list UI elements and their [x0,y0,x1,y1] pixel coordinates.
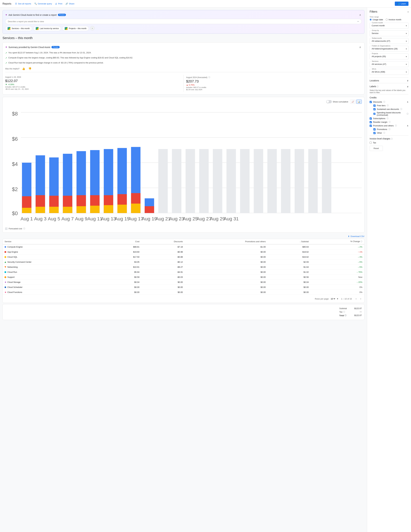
sustained-use-checkbox[interactable] [374,108,376,110]
col-cost: Cost [107,239,141,244]
summary-item-1: ↗ You spent $122.07 between Aug 1-19, 20… [5,51,362,55]
metric-forecasted: August 2024 (forecasted) ⓘ $207.73 ▲ 0.7… [184,75,362,92]
promotions-others-checkbox[interactable] [370,125,372,127]
discounts-info-icon[interactable]: ⓘ [383,101,385,103]
thumbs-down-button[interactable]: 👎 [28,66,32,71]
gemini-collapse-button[interactable]: ∧ [359,13,362,17]
rows-per-page: Rows per page: 10 25 50 ▼ [315,297,339,300]
line-chart-button[interactable]: 📈 [350,100,356,104]
chip-scroll-right[interactable]: › [90,26,94,30]
subscriptions-info-icon[interactable]: ⓘ [387,117,389,120]
spending-based-info-icon[interactable]: ⓘ [407,113,409,115]
metric-forecasted-label: August 2024 (forecasted) ⓘ [186,76,359,79]
generate-query-link[interactable]: 🔍 Generate query [34,2,52,5]
svg-rect-41 [186,149,195,213]
promo-cell: $0.00 [185,285,268,290]
reseller-margin-checkbox[interactable] [370,121,372,123]
usage-date-option[interactable]: Usage date [370,19,383,21]
credits-items: Discounts ⓘ ∧ Free tiers ⓘ Sustained use… [370,100,409,135]
projects-label: Projects [371,53,379,55]
tax-checkbox[interactable] [370,142,372,144]
nav-links: ☰ See all reports 🔍 Generate query 🖨 Pri… [15,2,75,5]
invoice-charges-info-icon[interactable]: ⓘ [391,138,393,140]
cost-cell: $10.91 [107,265,141,270]
labels-info-icon[interactable]: ⓘ [377,86,379,88]
thumbs-up-button[interactable]: 👍 [21,66,26,71]
change-cell: ↑ 1% [311,249,364,255]
col-service: Service [3,239,107,244]
discounts-collapse-icon[interactable]: ∧ [407,101,409,103]
invoice-month-option[interactable]: Invoice month [386,19,402,21]
learn-button[interactable]: 📘 Learn [395,1,409,6]
reset-button[interactable]: Reset [370,146,383,151]
svg-text:Aug 11: Aug 11 [87,216,102,221]
filters-expand-button[interactable]: › [408,10,409,13]
summary-item-2: ↗ Compute Engine was the largest charge,… [5,56,362,60]
metric-forecasted-change: ▲ 0.75% [186,84,359,86]
usage-date-radio[interactable] [370,19,372,21]
gemini-header: ✦ Ask Gemini Cloud Assist to find or cre… [5,13,362,17]
toggle-switch[interactable] [326,100,332,103]
print-link[interactable]: 🖨 Print [55,2,62,5]
cost-cell: $0.00 [107,285,141,290]
svg-text:Aug 3: Aug 3 [34,216,47,221]
totals-subtotal-row: Subtotal $122.07 [339,307,362,310]
rows-per-page-select[interactable]: 10 25 50 [330,297,336,300]
promo-cell: $0.00 [185,280,268,285]
change-cell: ↓ 6% [311,260,364,265]
chart-controls: Show cumulative 📈 📊 [5,100,362,104]
col-subtotal: ↓ Subtotal [268,239,311,244]
spending-based-checkbox[interactable] [374,113,375,115]
forecast-info-icon[interactable]: ⓘ [23,227,25,230]
bar-chart-button[interactable]: 📊 [356,100,362,104]
show-cumulative-toggle[interactable]: Show cumulative [326,100,348,103]
promotions-info-icon[interactable]: ⓘ [389,128,390,131]
svg-rect-51 [322,149,331,213]
other-info-icon[interactable]: ⓘ [383,132,385,134]
promotions-checkbox[interactable] [374,128,376,131]
discounts-checkbox[interactable] [370,101,372,103]
chip-last-invoice[interactable]: Last invoice by service [33,26,61,31]
service-cell: Networking [3,265,107,270]
invoice-month-radio[interactable] [386,19,388,21]
totals-tax-row: Tax ⓘ — [339,310,362,314]
forecasted-info-icon[interactable]: ⓘ [208,76,210,79]
download-row: ⬇ Download CSV [2,235,364,238]
tax-item: Tax [370,142,409,144]
labels-header[interactable]: Labels ⓘ ∨ [370,85,409,88]
sustained-use-info-icon[interactable]: ⓘ [400,108,402,111]
table-row: ★ Cloud Functions $0.00 $0.00 $0.00 $0.0… [3,290,364,295]
print-icon: 🖨 [55,2,57,5]
time-range-section: Time range Usage date Invoice month Curr… [370,16,409,75]
gemini-input-wrap[interactable]: ✏ [5,19,362,24]
locations-header[interactable]: Locations ∨ [370,79,409,82]
locations-section: Locations ∨ [370,77,409,82]
tax-info-icon[interactable]: ⓘ [343,311,345,313]
promotions-collapse-icon[interactable]: ∧ [407,124,409,127]
reseller-margin-item: Reseller margin ⓘ [370,120,409,124]
change-info-icon[interactable]: ⓘ [361,240,362,243]
total-info-icon[interactable]: ⓘ [345,314,346,317]
svg-rect-27 [90,206,100,213]
download-csv-link[interactable]: ⬇ Download CSV [348,235,364,238]
chip-projects-month[interactable]: Projects – this month [62,26,89,31]
free-tiers-checkbox[interactable] [374,104,376,107]
chip-services-month[interactable]: Services – this month [5,26,32,31]
gemini-search-input[interactable] [8,20,357,23]
metric-current-sub2: -$5.21 over July 13 – 31, 2024 [5,88,181,90]
time-range-radios: Usage date Invoice month [370,19,409,21]
subscriptions-checkbox[interactable] [370,117,372,120]
see-all-reports-link[interactable]: ☰ See all reports [15,2,31,5]
reseller-margin-info-icon[interactable]: ⓘ [389,121,391,124]
total-label: Total ⓘ [339,314,346,317]
other-checkbox[interactable] [374,132,376,134]
share-link[interactable]: 🔗 Share [65,2,75,5]
free-tiers-info-icon[interactable]: ⓘ [387,104,389,107]
free-tiers-item: Free tiers ⓘ [370,104,409,107]
promotions-others-info-icon[interactable]: ⓘ [395,124,397,127]
prev-page-button[interactable]: ‹ [354,297,358,301]
cost-cell: $5.94 [107,270,141,275]
next-page-button[interactable]: › [359,297,362,301]
totals-total-row: Total ⓘ $122.07 [339,314,362,317]
summary-collapse-button[interactable]: ∧ [359,45,362,49]
